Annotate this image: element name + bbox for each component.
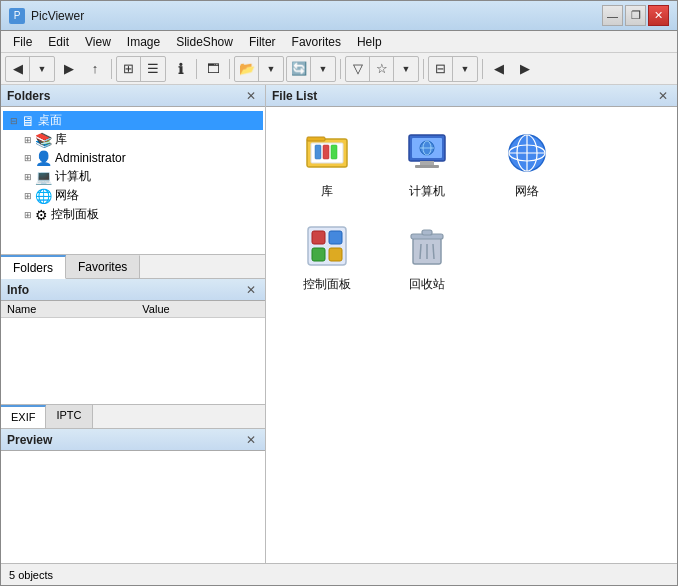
tree-item-network[interactable]: ⊞ 🌐 网络 <box>17 186 263 205</box>
menu-file[interactable]: File <box>5 33 40 51</box>
expand-icon[interactable]: ⊞ <box>21 153 35 163</box>
up-button[interactable]: ↑ <box>83 57 107 81</box>
favorites-button[interactable]: ☆ <box>370 57 394 81</box>
separator-6 <box>482 59 483 79</box>
expand-icon[interactable]: ⊞ <box>21 135 35 145</box>
tab-favorites[interactable]: Favorites <box>66 255 140 278</box>
info-close-button[interactable]: ✕ <box>243 282 259 298</box>
svg-rect-9 <box>415 165 439 168</box>
tree-item-desktop[interactable]: ⊟ 🖥 桌面 <box>3 111 263 130</box>
close-button[interactable]: ✕ <box>648 5 669 26</box>
expand-icon[interactable]: ⊞ <box>21 210 35 220</box>
tab-exif[interactable]: EXIF <box>1 405 46 428</box>
info-panel: Info ✕ Name Value EXI <box>1 278 265 428</box>
layout-dropdown[interactable]: ▼ <box>453 57 477 81</box>
file-list-header: File List ✕ <box>266 85 677 107</box>
file-list-close-button[interactable]: ✕ <box>655 88 671 104</box>
svg-rect-3 <box>315 145 321 159</box>
library-file-icon <box>303 129 351 177</box>
prev-button[interactable]: ◀ <box>487 57 511 81</box>
rotate-button[interactable]: 🔄 <box>287 57 311 81</box>
forward-button[interactable]: ▶ <box>57 57 81 81</box>
tree-item-library[interactable]: ⊞ 📚 库 <box>17 130 263 149</box>
svg-rect-2 <box>307 137 325 141</box>
menu-edit[interactable]: Edit <box>40 33 77 51</box>
computer-file-label: 计算机 <box>409 183 445 200</box>
restore-button[interactable]: ❐ <box>625 5 646 26</box>
svg-rect-8 <box>420 161 434 165</box>
folders-close-button[interactable]: ✕ <box>243 88 259 104</box>
folder-tabs: Folders Favorites <box>1 254 265 278</box>
file-item-computer[interactable]: 计算机 <box>382 123 472 206</box>
svg-rect-25 <box>422 230 432 235</box>
file-item-network[interactable]: 网络 <box>482 123 572 206</box>
tab-iptc[interactable]: IPTC <box>46 405 92 428</box>
tree-children: ⊞ 📚 库 ⊞ 👤 Administrator ⊞ 💻 计算机 <box>17 130 263 224</box>
next-button[interactable]: ▶ <box>513 57 537 81</box>
view-toggle-button[interactable]: 🗔 <box>201 57 225 81</box>
library-file-label: 库 <box>321 183 333 200</box>
computer-file-icon <box>403 129 451 177</box>
layout-button[interactable]: ⊟ <box>429 57 453 81</box>
browse-dropdown[interactable]: ▼ <box>259 57 283 81</box>
minimize-button[interactable]: — <box>602 5 623 26</box>
filter-button[interactable]: ▽ <box>346 57 370 81</box>
tree-item-administrator[interactable]: ⊞ 👤 Administrator <box>17 149 263 167</box>
separator-4 <box>340 59 341 79</box>
file-list-label: File List <box>272 89 317 103</box>
info-table: Name Value <box>1 301 265 404</box>
favorites-dropdown[interactable]: ▼ <box>394 57 418 81</box>
nav-group2: 📂 ▼ <box>234 56 284 82</box>
tree-item-computer[interactable]: ⊞ 💻 计算机 <box>17 167 263 186</box>
browse-button[interactable]: 📂 <box>235 57 259 81</box>
folder-tree[interactable]: ⊟ 🖥 桌面 ⊞ 📚 库 ⊞ 👤 Administrator <box>1 107 265 254</box>
content-area: Folders ✕ ⊟ 🖥 桌面 ⊞ 📚 库 <box>1 85 677 563</box>
separator-2 <box>196 59 197 79</box>
menu-favorites[interactable]: Favorites <box>284 33 349 51</box>
thumbnail-view-button[interactable]: ⊞ <box>117 57 141 81</box>
preview-close-button[interactable]: ✕ <box>243 432 259 448</box>
back-button[interactable]: ◀ <box>6 57 30 81</box>
file-item-library[interactable]: 库 <box>282 123 372 206</box>
statusbar: 5 objects <box>1 563 677 585</box>
control-file-icon <box>303 222 351 270</box>
col-name: Name <box>1 301 136 318</box>
svg-rect-22 <box>329 248 342 261</box>
separator-5 <box>423 59 424 79</box>
expand-icon[interactable]: ⊞ <box>21 172 35 182</box>
recycle-file-icon <box>403 222 451 270</box>
file-item-control[interactable]: 控制面板 <box>282 216 372 299</box>
preview-panel: Preview ✕ <box>1 428 265 563</box>
back-dropdown[interactable]: ▼ <box>30 57 54 81</box>
file-item-recycle[interactable]: 回收站 <box>382 216 472 299</box>
filter-group: ▽ ☆ ▼ <box>345 56 419 82</box>
svg-line-28 <box>433 244 434 259</box>
recycle-file-label: 回收站 <box>409 276 445 293</box>
info-tabs: EXIF IPTC <box>1 404 265 428</box>
tree-item-controlpanel[interactable]: ⊞ ⚙ 控制面板 <box>17 205 263 224</box>
menu-image[interactable]: Image <box>119 33 168 51</box>
view-group: ⊞ ☰ <box>116 56 166 82</box>
expand-icon[interactable]: ⊞ <box>21 191 35 201</box>
svg-rect-19 <box>312 231 325 244</box>
col-value: Value <box>136 301 265 318</box>
svg-rect-5 <box>331 145 337 159</box>
user-icon: 👤 <box>35 150 52 166</box>
preview-label: Preview <box>7 433 52 447</box>
network-file-label: 网络 <box>515 183 539 200</box>
network-file-icon <box>503 129 551 177</box>
list-view-button[interactable]: ☰ <box>141 57 165 81</box>
info-button[interactable]: ℹ <box>168 57 192 81</box>
svg-rect-20 <box>329 231 342 244</box>
desktop-icon: 🖥 <box>21 113 35 129</box>
menu-slideshow[interactable]: SlideShow <box>168 33 241 51</box>
tab-folders[interactable]: Folders <box>1 255 66 279</box>
right-panel: File List ✕ <box>266 85 677 563</box>
menu-filter[interactable]: Filter <box>241 33 284 51</box>
menu-view[interactable]: View <box>77 33 119 51</box>
svg-rect-21 <box>312 248 325 261</box>
rotate-dropdown[interactable]: ▼ <box>311 57 335 81</box>
menu-help[interactable]: Help <box>349 33 390 51</box>
file-grid: 库 <box>266 107 677 563</box>
expand-icon[interactable]: ⊟ <box>7 116 21 126</box>
